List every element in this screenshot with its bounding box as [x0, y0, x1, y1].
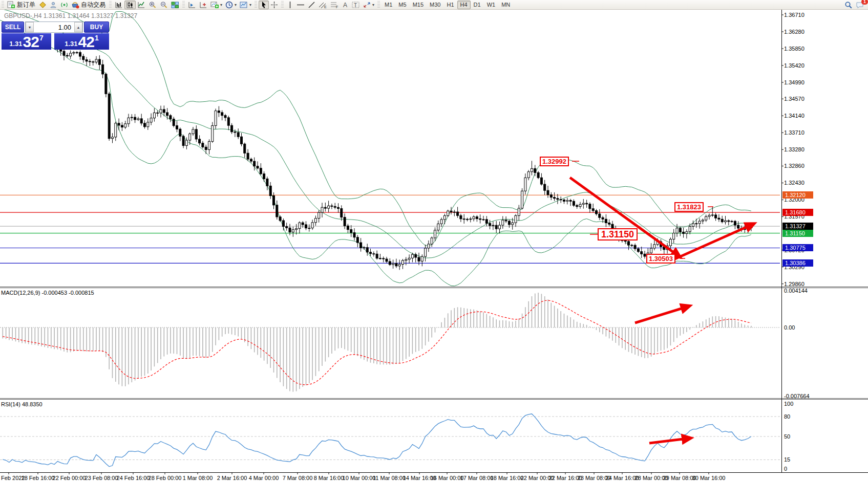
timeframe-w1[interactable]: W1 — [484, 1, 499, 9]
volume-up-button[interactable]: ▲ — [74, 22, 82, 32]
candle-body — [95, 59, 97, 62]
zoom-in-button[interactable] — [147, 1, 158, 9]
timeframe-m15[interactable]: M15 — [410, 1, 427, 9]
candle-body — [692, 224, 694, 227]
autotrading-button[interactable]: 自动交易 — [70, 1, 108, 9]
price-chart-canvas[interactable] — [0, 10, 868, 481]
buy-price[interactable]: 1.31 42 1 — [54, 33, 109, 50]
trend-arrow-2[interactable] — [675, 225, 751, 259]
dropdown-caret-icon[interactable]: ▾ — [249, 3, 251, 7]
chat-button[interactable]: 1 — [854, 1, 866, 9]
candle-body — [383, 258, 385, 259]
price-level-label: 1.31327 — [782, 223, 813, 230]
candle-body — [273, 195, 275, 205]
dropdown-caret-icon[interactable]: ▾ — [235, 3, 237, 7]
candle-body — [389, 261, 391, 265]
candle-body — [366, 248, 368, 252]
chart-shift-button[interactable] — [198, 1, 209, 9]
macd-panel[interactable] — [0, 293, 780, 391]
sell-button[interactable]: SELL — [2, 21, 24, 33]
auto-scroll-icon — [188, 1, 196, 9]
volume-stepper[interactable]: ▼ 1.00 ▲ — [25, 21, 83, 33]
horizontal-line-button[interactable] — [295, 1, 306, 9]
candle-body — [176, 126, 178, 129]
candle-body — [247, 153, 249, 159]
candle-body — [260, 168, 262, 174]
candle-body — [679, 228, 681, 232]
trend-arrow-3[interactable] — [635, 307, 686, 323]
vertical-line-button[interactable] — [285, 1, 295, 9]
candle-body — [499, 225, 501, 229]
line-chart-button[interactable] — [136, 1, 147, 9]
volume-down-button[interactable]: ▼ — [26, 22, 34, 32]
candle-body — [434, 230, 436, 238]
timeframe-mn[interactable]: MN — [498, 1, 513, 9]
trendline-button[interactable] — [306, 1, 317, 9]
sell-price[interactable]: 1.31 32 7 — [2, 33, 51, 50]
candle-body — [244, 144, 246, 153]
crosshair-button[interactable] — [269, 1, 280, 9]
equidistant-channel-button[interactable]: E — [317, 1, 329, 9]
candle-body — [276, 205, 278, 217]
candle-body — [405, 259, 407, 260]
candle-body — [79, 52, 81, 56]
market-depth-button[interactable] — [37, 1, 48, 9]
tile-windows-button[interactable] — [170, 1, 181, 9]
new-order-button[interactable]: 新订单 — [6, 1, 37, 9]
timeframe-h4[interactable]: H4 — [457, 1, 471, 9]
candle-body — [308, 228, 310, 229]
arrows-button[interactable]: ▾ — [362, 1, 376, 9]
timeframe-m1[interactable]: M1 — [382, 1, 395, 9]
candle-body — [92, 62, 94, 62]
signals-button[interactable] — [59, 1, 70, 9]
candle-body — [628, 242, 630, 245]
price-axis-tick: 1.32430 — [784, 180, 805, 186]
text-button[interactable]: A — [341, 1, 350, 9]
timeframe-h1[interactable]: H1 — [443, 1, 457, 9]
candle-body — [376, 254, 378, 258]
community-button[interactable] — [48, 1, 59, 9]
candle-body — [421, 256, 423, 261]
community-icon — [50, 1, 57, 9]
candle-body — [450, 211, 452, 212]
signals-icon — [60, 1, 68, 9]
templates-button[interactable]: ▾ — [238, 1, 253, 9]
candle-body — [473, 217, 475, 219]
candle-body — [266, 179, 268, 186]
price-axis-tick: 1.35850 — [784, 46, 805, 52]
bar-chart-button[interactable] — [113, 1, 124, 9]
candle-body — [144, 123, 146, 127]
candlestick-chart-button[interactable] — [124, 1, 136, 9]
candle-body — [579, 204, 581, 206]
candle-body — [218, 111, 220, 113]
new-order-label: 新订单 — [16, 1, 36, 9]
candle-body — [253, 161, 256, 166]
periods-button[interactable]: ▾ — [224, 1, 238, 9]
dropdown-caret-icon[interactable]: ▾ — [220, 3, 222, 7]
text-label-button[interactable]: T — [350, 1, 362, 9]
auto-scroll-button[interactable] — [186, 1, 198, 9]
buy-button[interactable]: BUY — [84, 21, 109, 33]
chart-area[interactable]: GBPUSD-,H4 1.31361 1.31464 1.31327 1.313… — [0, 10, 868, 481]
timeframe-m5[interactable]: M5 — [395, 1, 409, 9]
zoom-out-button[interactable] — [158, 1, 170, 9]
trend-arrow-1[interactable] — [570, 178, 677, 255]
fibonacci-button[interactable]: F — [329, 1, 341, 9]
candle-body — [715, 215, 717, 218]
candle-body — [324, 207, 326, 208]
cursor-button[interactable] — [259, 1, 269, 9]
candle-body — [185, 140, 187, 146]
toolbar: 新订单自动交易▾▾▾EFAT▾M1M5M15M30H1H4D1W1MN1 — [0, 0, 868, 10]
indicators-button[interactable]: ▾ — [209, 1, 224, 9]
dropdown-caret-icon[interactable]: ▾ — [372, 3, 374, 7]
timeframe-m30[interactable]: M30 — [427, 1, 443, 9]
search-button[interactable] — [843, 1, 854, 9]
candle-body — [592, 209, 594, 211]
candle-body — [163, 110, 165, 113]
price-axis-tick: 1.36280 — [784, 29, 805, 35]
time-axis-label: 10 Mar 00:00 — [343, 475, 376, 481]
equidistant-channel-icon: E — [319, 1, 327, 9]
timeframe-d1[interactable]: D1 — [471, 1, 484, 9]
candle-body — [98, 59, 100, 64]
volume-input[interactable]: 1.00 — [34, 22, 74, 32]
